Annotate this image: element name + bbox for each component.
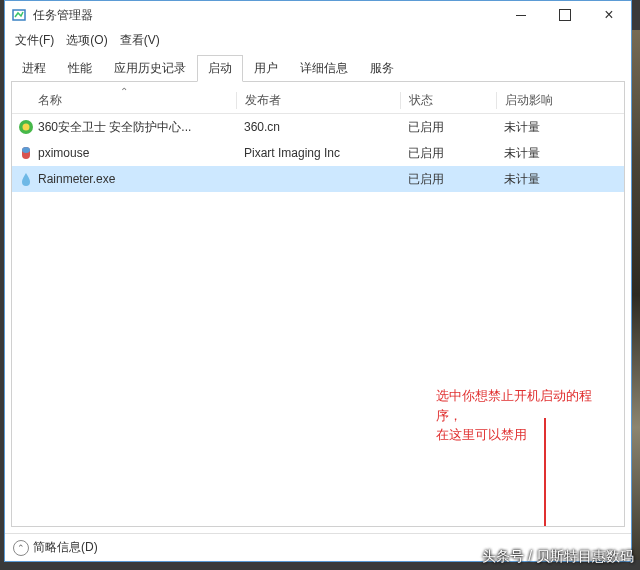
cell-name: pximouse (38, 146, 89, 160)
annotation-line1: 选中你想禁止开机启动的程序， (436, 386, 616, 425)
cell-status: 已启用 (400, 145, 496, 162)
table-row[interactable]: pximouse Pixart Imaging Inc 已启用 未计量 (12, 140, 624, 166)
task-manager-window: 任务管理器 × 文件(F) 选项(O) 查看(V) 进程 性能 应用历史记录 启… (4, 0, 632, 562)
col-impact[interactable]: 启动影响 (496, 92, 624, 109)
column-headers: ⌃ 名称 发布者 状态 启动影响 (12, 82, 624, 114)
col-publisher[interactable]: 发布者 (236, 92, 400, 109)
fewer-details-label: 简略信息(D) (33, 539, 98, 556)
titlebar: 任务管理器 × (5, 1, 631, 29)
app-icon (11, 7, 27, 23)
tab-users[interactable]: 用户 (243, 55, 289, 82)
window-controls: × (499, 1, 631, 29)
table-row[interactable]: 360安全卫士 安全防护中心... 360.cn 已启用 未计量 (12, 114, 624, 140)
annotation-arrow-icon (544, 418, 546, 527)
tab-performance[interactable]: 性能 (57, 55, 103, 82)
tab-startup[interactable]: 启动 (197, 55, 243, 82)
fewer-details-button[interactable]: ⌃ 简略信息(D) (13, 539, 98, 556)
background-strip (632, 30, 640, 560)
close-button[interactable]: × (587, 1, 631, 29)
svg-point-2 (23, 124, 30, 131)
cell-impact: 未计量 (496, 171, 624, 188)
sort-indicator-icon: ⌃ (120, 86, 128, 97)
window-title: 任务管理器 (33, 7, 499, 24)
col-name-label: 名称 (38, 93, 62, 107)
table-row[interactable]: Rainmeter.exe 已启用 未计量 (12, 166, 624, 192)
minimize-button[interactable] (499, 1, 543, 29)
tab-app-history[interactable]: 应用历史记录 (103, 55, 197, 82)
annotation-text: 选中你想禁止开机启动的程序， 在这里可以禁用 (436, 386, 616, 445)
tab-processes[interactable]: 进程 (11, 55, 57, 82)
tab-strip: 进程 性能 应用历史记录 启动 用户 详细信息 服务 (11, 55, 625, 82)
mouse-icon (18, 146, 34, 160)
maximize-button[interactable] (543, 1, 587, 29)
cell-publisher: 360.cn (236, 120, 400, 134)
cell-status: 已启用 (400, 119, 496, 136)
cell-status: 已启用 (400, 171, 496, 188)
svg-rect-4 (22, 147, 30, 153)
chevron-up-icon: ⌃ (13, 540, 29, 556)
tab-details[interactable]: 详细信息 (289, 55, 359, 82)
shield-icon (18, 119, 34, 135)
col-name[interactable]: ⌃ 名称 (12, 92, 236, 109)
annotation-line2: 在这里可以禁用 (436, 425, 616, 445)
menu-view[interactable]: 查看(V) (116, 32, 164, 49)
tab-services[interactable]: 服务 (359, 55, 405, 82)
raindrop-icon (18, 172, 34, 186)
cell-publisher: Pixart Imaging Inc (236, 146, 400, 160)
menubar: 文件(F) 选项(O) 查看(V) (5, 29, 631, 51)
watermark-text: 头条号 / 贝斯特目惠数码 (482, 548, 634, 566)
cell-impact: 未计量 (496, 119, 624, 136)
menu-options[interactable]: 选项(O) (62, 32, 111, 49)
menu-file[interactable]: 文件(F) (11, 32, 58, 49)
cell-impact: 未计量 (496, 145, 624, 162)
col-status[interactable]: 状态 (400, 92, 496, 109)
cell-name: 360安全卫士 安全防护中心... (38, 120, 191, 134)
cell-name: Rainmeter.exe (38, 172, 115, 186)
content-pane: ⌃ 名称 发布者 状态 启动影响 360安全卫士 安全防护中心... 360.c… (11, 82, 625, 527)
